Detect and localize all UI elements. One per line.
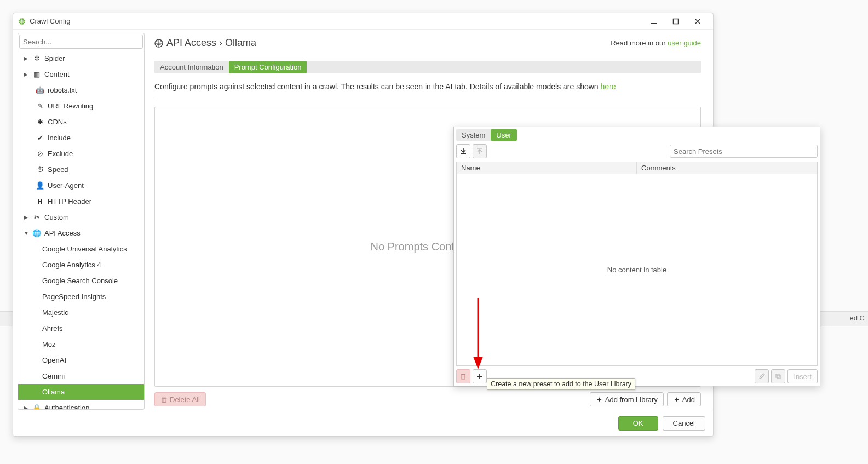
sidebar: ▶ ✲ Spider ▶ ▥ Content 🤖 robots.txt ✎ UR… [18,33,145,410]
sidebar-search-input[interactable] [19,35,143,49]
tree-item-psi[interactable]: PageSpeed Insights [18,289,144,305]
tree-label: Google Universal Analytics [42,245,127,253]
expand-icon: ▶ [24,55,29,61]
import-preset-button[interactable] [456,144,470,158]
duplicate-preset-button[interactable] [771,369,785,383]
delete-preset-button[interactable] [456,369,470,383]
tree-item-include[interactable]: ✔ Include [18,130,144,146]
plus-icon: ＋ [596,394,603,404]
config-tabs: Account Information Prompt Configuration [154,61,701,73]
tab-user[interactable]: User [491,129,516,141]
tree-item-custom[interactable]: ▶ ✂ Custom [18,209,144,225]
tree-item-content[interactable]: ▶ ▥ Content [18,66,144,82]
tree-item-api-access[interactable]: ▼ 🌐 API Access [18,225,144,241]
tree-label: Spider [44,54,65,62]
add-from-library-button[interactable]: ＋ Add from Library [590,392,664,406]
tab-system[interactable]: System [456,129,491,141]
network-icon: ✱ [36,118,44,126]
tree-label: HTTP Header [48,197,91,205]
tree-item-ga4[interactable]: Google Analytics 4 [18,257,144,273]
tree-item-cdns[interactable]: ✱ CDNs [18,114,144,130]
svg-rect-1 [651,23,657,24]
tab-account-information[interactable]: Account Information [154,61,229,73]
description-text: Configure prompts against selected conte… [154,82,701,99]
tree-item-ahrefs[interactable]: Ahrefs [18,320,144,336]
svg-rect-4 [461,153,466,154]
ok-button[interactable]: OK [618,416,658,431]
prompt-actions-row: 🗑 Delete All ＋ Add from Library ＋ Add [154,392,701,406]
column-name[interactable]: Name [457,162,637,174]
window-title: Crawl Config [30,17,643,25]
tree-item-openai[interactable]: OpenAI [18,352,144,368]
tree-label: Gemini [42,372,65,380]
tree-label: User-Agent [48,181,84,190]
tree-item-speed[interactable]: ⏱ Speed [18,162,144,177]
header-icon: H [36,197,44,205]
gear-icon: ✲ [32,54,41,62]
tree-item-gemini[interactable]: Gemini [18,368,144,384]
tree-label: Content [44,70,70,78]
tree-item-robots[interactable]: 🤖 robots.txt [18,82,144,98]
tree-item-spider[interactable]: ▶ ✲ Spider [18,50,144,66]
svg-rect-9 [777,375,780,379]
config-tree[interactable]: ▶ ✲ Spider ▶ ▥ Content 🤖 robots.txt ✎ UR… [18,50,144,409]
tree-label: API Access [44,229,81,237]
add-label: Add [682,396,695,404]
tree-item-moz[interactable]: Moz [18,336,144,352]
delete-all-button[interactable]: 🗑 Delete All [154,392,206,406]
tree-item-user-agent[interactable]: 👤 User-Agent [18,177,144,193]
tree-label: PageSpeed Insights [42,293,106,301]
layout-icon: ▥ [32,70,41,78]
svg-rect-2 [674,19,679,24]
minimize-button[interactable] [643,14,665,28]
ban-icon: ⊘ [36,150,44,158]
new-preset-button[interactable] [473,369,487,383]
tree-label: Authentication [44,404,89,409]
cancel-button[interactable]: Cancel [663,416,705,431]
tree-label: Exclude [48,150,73,158]
tree-item-http-header[interactable]: H HTTP Header [18,193,144,209]
svg-rect-8 [776,374,779,377]
preset-table-header: Name Comments [457,162,817,174]
tree-label: robots.txt [48,86,77,94]
tree-item-gua[interactable]: Google Universal Analytics [18,241,144,257]
tree-label: Ollama [42,388,65,396]
tree-item-majestic[interactable]: Majestic [18,305,144,320]
add-from-library-label: Add from Library [605,396,658,404]
tree-item-ollama[interactable]: Ollama [18,384,144,400]
tree-item-authentication[interactable]: ▶ 🔒 Authentication [18,400,144,409]
tree-item-url-rewriting[interactable]: ✎ URL Rewriting [18,98,144,114]
user-guide-link[interactable]: user guide [668,39,701,47]
new-preset-tooltip: Create a new preset to add to the User L… [487,378,635,390]
description-prefix: Configure prompts against selected conte… [154,82,601,91]
empty-table-label: No content in table [607,266,666,274]
column-comments[interactable]: Comments [637,162,817,174]
svg-rect-5 [477,148,482,149]
background-partial-text: ed C [850,314,865,322]
tree-label: Google Search Console [42,277,118,285]
tree-label: Ahrefs [42,324,63,333]
insert-button[interactable]: Insert [787,369,818,383]
tree-label: Moz [42,340,56,348]
models-here-link[interactable]: here [601,82,616,91]
close-button[interactable] [687,14,709,28]
lock-icon: 🔒 [32,404,41,409]
edit-preset-button[interactable] [755,369,769,383]
svg-rect-7 [461,374,465,375]
preset-table: Name Comments No content in table [456,162,818,366]
plus-icon: ＋ [673,394,680,404]
search-presets-input[interactable] [670,145,818,158]
export-preset-button[interactable] [473,144,487,158]
dialog-footer: OK Cancel [13,410,713,436]
add-button[interactable]: ＋ Add [667,392,701,406]
tree-label: URL Rewriting [48,102,93,110]
maximize-button[interactable] [665,14,687,28]
tree-item-gsc[interactable]: Google Search Console [18,273,144,289]
globe-icon: 🌐 [32,229,41,237]
tab-prompt-configuration[interactable]: Prompt Configuration [229,61,307,73]
delete-all-label: Delete All [170,396,200,404]
titlebar: Crawl Config [13,13,713,30]
tree-item-exclude[interactable]: ⊘ Exclude [18,146,144,162]
expand-icon: ▶ [24,71,29,77]
tree-label: CDNs [48,118,67,126]
